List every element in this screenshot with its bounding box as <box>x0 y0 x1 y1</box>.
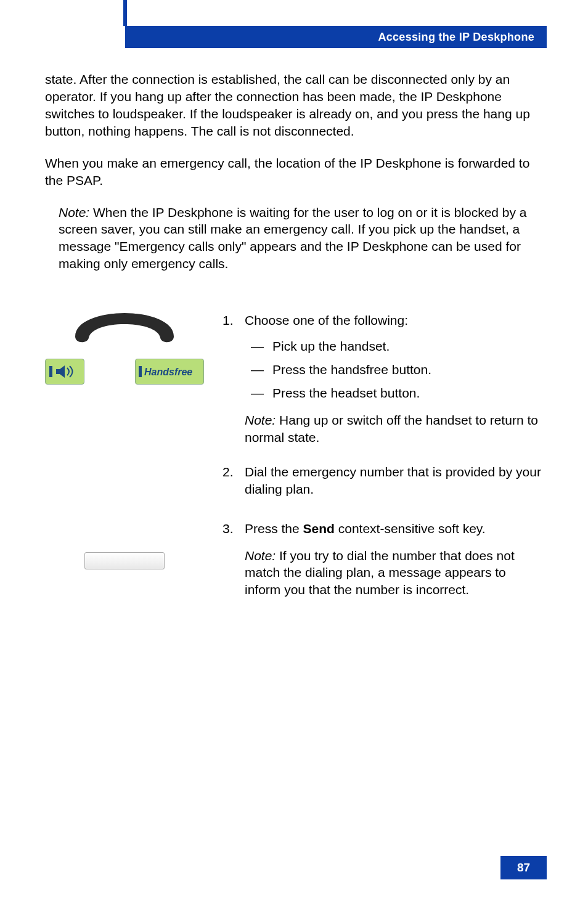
handset-icon <box>69 312 180 348</box>
sublist-text: Press the headset button. <box>272 385 420 402</box>
step-line: Press the Send context-sensitive soft ke… <box>245 520 543 537</box>
note-text: When the IP Deskphone is waiting for the… <box>59 205 527 271</box>
paragraph-2: When you make an emergency call, the loc… <box>45 155 543 189</box>
dash-icon: — <box>251 361 264 378</box>
page-number-text: 87 <box>517 861 530 874</box>
note-inline: Note: If you try to dial the number that… <box>245 547 543 599</box>
header-bar: Accessing the IP Deskphone <box>125 26 547 48</box>
sublist: — Pick up the handset. — Press the hands… <box>245 338 543 402</box>
instruction-row-2: 3. Press the Send context-sensitive soft… <box>45 520 543 616</box>
dash-icon: — <box>251 338 264 355</box>
step-body: Choose one of the following: — Pick up t… <box>245 312 543 446</box>
sublist-item: — Press the handsfree button. <box>245 361 543 378</box>
button-row: Handsfree <box>45 359 204 385</box>
instruction-text-col: 1. Choose one of the following: — Pick u… <box>223 312 543 515</box>
note-label: Note: <box>245 413 276 427</box>
step-body: Dial the emergency number that is provid… <box>245 463 543 498</box>
step-number: 1. <box>223 312 236 446</box>
sublist-text: Pick up the handset. <box>272 338 390 355</box>
note-inline: Note: Hang up or switch off the handset … <box>245 412 543 446</box>
indicator-bar-icon <box>139 366 142 377</box>
speaker-icon <box>55 364 77 379</box>
page-number: 87 <box>500 856 547 879</box>
speaker-button <box>45 359 84 385</box>
send-word: Send <box>303 521 335 536</box>
note-text: If you try to dial the number that does … <box>245 548 515 597</box>
dash-icon: — <box>251 385 264 402</box>
step-pre: Press the <box>245 521 303 536</box>
note-label: Note: <box>245 548 276 563</box>
step-post: context-sensitive soft key. <box>335 521 486 536</box>
instruction-row-1: Handsfree 1. Choose one of the following… <box>45 312 543 515</box>
step-1: 1. Choose one of the following: — Pick u… <box>223 312 543 446</box>
step-2: 2. Dial the emergency number that is pro… <box>223 463 543 498</box>
softkey-image-col <box>45 520 204 569</box>
step-body: Press the Send context-sensitive soft ke… <box>245 520 543 599</box>
step-number: 3. <box>223 520 236 599</box>
step-number: 2. <box>223 463 236 498</box>
instruction-text-col: 3. Press the Send context-sensitive soft… <box>223 520 543 616</box>
step-3: 3. Press the Send context-sensitive soft… <box>223 520 543 599</box>
sublist-item: — Press the headset button. <box>245 385 543 402</box>
paragraph-1: state. After the connection is establish… <box>45 71 543 140</box>
soft-key-button <box>84 552 165 569</box>
handsfree-button: Handsfree <box>135 359 204 385</box>
sublist-text: Press the handsfree button. <box>272 361 431 378</box>
header-title: Accessing the IP Deskphone <box>378 31 534 44</box>
instruction-images: Handsfree <box>45 312 204 515</box>
note-block-1: Note: When the IP Deskphone is waiting f… <box>59 204 543 273</box>
note-text: Hang up or switch off the handset to ret… <box>245 413 538 444</box>
page-header: Accessing the IP Deskphone <box>125 0 588 55</box>
sublist-item: — Pick up the handset. <box>245 338 543 355</box>
step-lead: Choose one of the following: <box>245 312 543 329</box>
note-label: Note: <box>59 205 89 219</box>
page-content: state. After the connection is establish… <box>45 71 543 616</box>
handsfree-label: Handsfree <box>144 365 192 378</box>
indicator-bar-icon <box>49 366 52 377</box>
